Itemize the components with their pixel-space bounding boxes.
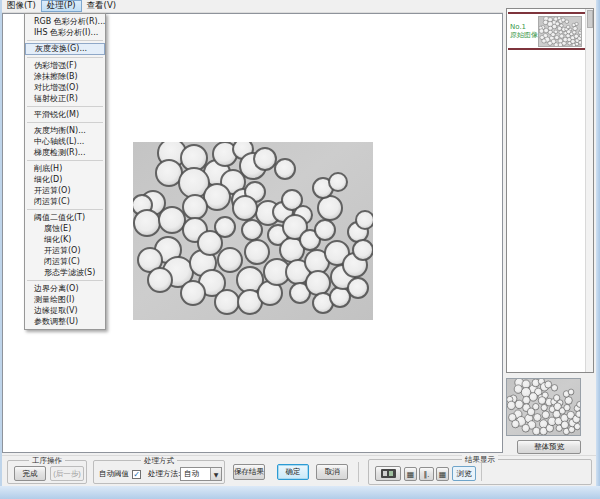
save-result-button[interactable]: 保存结果: [233, 464, 265, 480]
menu-separator: [27, 209, 103, 210]
menu-item[interactable]: 灰度变换(G)...: [25, 43, 105, 55]
preview-thumbnail[interactable]: [506, 378, 581, 436]
result-display-group: 结果显示 ▦ ∥. ▦ 浏览: [368, 459, 592, 485]
menu-item[interactable]: 辐射校正(R): [25, 93, 105, 104]
next-step-button[interactable]: (后一步): [50, 466, 84, 481]
menu-item[interactable]: 参数调整(U): [25, 316, 105, 327]
sidebar: No.1 原始图像 整体预览: [503, 0, 596, 455]
auto-threshold-label: 自动阈值: [99, 469, 129, 479]
menu-separator: [27, 106, 103, 107]
menu-separator: [27, 160, 103, 161]
menu-item[interactable]: 开运算(O): [25, 185, 105, 196]
pause-button[interactable]: ∥.: [419, 467, 434, 481]
scrollbar-thumb[interactable]: [587, 10, 593, 28]
grid-toggle-right-button[interactable]: ▦: [436, 467, 449, 481]
menu-item[interactable]: 梯度检测(R)...: [25, 147, 105, 158]
list-item-thumbnail[interactable]: [538, 16, 582, 47]
menu-separator: [27, 280, 103, 281]
step-operations-group: 工序操作 完成 (后一步): [7, 460, 87, 484]
menu-item[interactable]: IHS 色彩分析(I)...: [25, 27, 105, 38]
overall-preview-button[interactable]: 整体预览: [517, 440, 581, 454]
window-frame-right: [596, 0, 600, 486]
method-label: 处理方法:: [148, 469, 181, 479]
ok-button[interactable]: 确定: [277, 464, 309, 480]
menu-view[interactable]: 查看(V): [82, 0, 121, 12]
menu-item[interactable]: 阈值二值化(T): [25, 212, 105, 223]
list-item-name: 原始图像: [510, 31, 538, 39]
grid-icon: ▦: [407, 470, 415, 479]
menu-item[interactable]: 细化(K): [25, 234, 105, 245]
list-item[interactable]: No.1 原始图像: [508, 12, 585, 50]
group-divider: [481, 463, 482, 481]
browse-button[interactable]: 浏览: [452, 466, 476, 481]
method-combobox[interactable]: 自动 ▼: [180, 467, 222, 481]
cancel-button[interactable]: 取消: [316, 464, 348, 480]
menu-item[interactable]: 闭运算(C): [25, 256, 105, 267]
film-button[interactable]: [375, 466, 401, 481]
chevron-down-icon[interactable]: ▼: [210, 468, 221, 480]
processing-menu: RGB 色彩分析(R)...IHS 色彩分析(I)...灰度变换(G)...伪彩…: [24, 13, 106, 330]
menu-separator: [27, 40, 103, 41]
menu-separator: [27, 57, 103, 58]
thumbnail-list[interactable]: No.1 原始图像: [506, 8, 594, 373]
finish-button[interactable]: 完成: [14, 466, 46, 481]
menu-item[interactable]: 对比增强(O): [25, 82, 105, 93]
menu-separator: [27, 122, 103, 123]
menu-item[interactable]: RGB 色彩分析(R)...: [25, 16, 105, 27]
list-item-number: No.1: [510, 23, 538, 31]
menu-item[interactable]: 灰度均衡(N)...: [25, 125, 105, 136]
menu-item[interactable]: 边缘提取(V): [25, 305, 105, 316]
processing-method-group-label: 处理方式: [141, 456, 177, 466]
bottom-toolbar: 工序操作 完成 (后一步) 处理方式 自动阈值 ✓ 处理方法: 自动 ▼ 保存结…: [0, 455, 600, 486]
auto-threshold-row: 自动阈值 ✓ 处理方法:: [99, 469, 181, 479]
window-frame-bottom: [0, 486, 600, 499]
menu-item[interactable]: 开运算(O): [25, 245, 105, 256]
toolbar-divider: [358, 462, 359, 482]
menu-item[interactable]: 边界分离(O): [25, 283, 105, 294]
menu-item[interactable]: 腐蚀(E): [25, 223, 105, 234]
menu-image[interactable]: 图像(T): [2, 0, 41, 12]
menu-item[interactable]: 细化(D): [25, 174, 105, 185]
menu-item[interactable]: 涂抹擦除(B): [25, 71, 105, 82]
menu-item[interactable]: 平滑锐化(M): [25, 109, 105, 120]
processing-method-group: 处理方式 自动阈值 ✓ 处理方法: 自动 ▼: [93, 460, 225, 484]
menu-item[interactable]: 伪彩增强(F): [25, 60, 105, 71]
step-operations-label: 工序操作: [29, 456, 65, 466]
result-display-label: 结果显示: [462, 455, 498, 465]
film-icon: [381, 469, 396, 478]
window-frame-left: [0, 0, 2, 486]
menu-item[interactable]: 形态学滤波(S): [25, 267, 105, 278]
method-combobox-value: 自动: [181, 469, 210, 479]
menu-item[interactable]: 中心轴线(L)...: [25, 136, 105, 147]
grid-icon: ▦: [439, 470, 447, 479]
auto-threshold-checkbox[interactable]: ✓: [132, 470, 141, 479]
menu-item[interactable]: 削底(H): [25, 163, 105, 174]
list-item-label: No.1 原始图像: [508, 23, 538, 39]
micrograph-image: [133, 142, 373, 320]
grid-toggle-left-button[interactable]: ▦: [404, 467, 417, 481]
menu-item[interactable]: 测量绘图(I): [25, 294, 105, 305]
menu-processing[interactable]: 处理(P): [41, 0, 82, 12]
list-scrollbar[interactable]: [585, 9, 593, 372]
menu-item[interactable]: 闭运算(C): [25, 196, 105, 207]
